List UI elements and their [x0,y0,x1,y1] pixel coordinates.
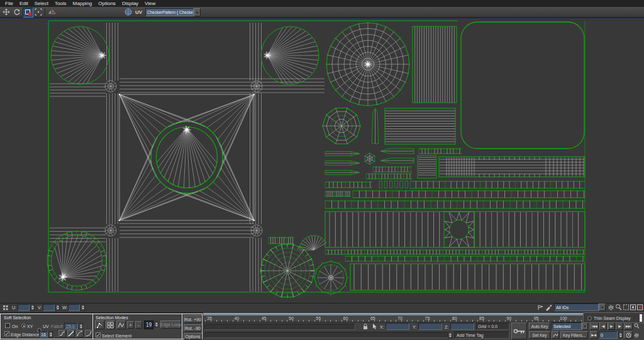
z-label: Z: [445,324,448,330]
show-map-button[interactable] [123,8,133,16]
move-tool-button[interactable] [1,8,11,16]
uv-button-label: UV [135,9,142,15]
lock-icon [362,323,369,330]
edge-distance-field[interactable]: 16 [39,331,48,337]
shrink-selection-button[interactable]: - [135,321,142,329]
u-spinner[interactable] [30,304,35,310]
time-config-button[interactable] [624,331,633,339]
ruler-tick [216,320,217,322]
falloff-linear-button[interactable] [67,330,75,337]
ruler-tick [499,320,500,322]
set-keys-button[interactable] [511,322,527,339]
key-mode-toggle[interactable]: ▶◀ [590,331,597,339]
uv-pan-button[interactable] [608,303,614,311]
ruler-label-85: 85 [479,316,484,320]
falloff-slow-button[interactable] [85,330,92,337]
selection-lock-toggle[interactable] [362,323,369,330]
timeline-ruler[interactable]: 35404550556065707580859095100 [203,315,644,322]
key-filters-button[interactable]: Key Filters... [560,331,588,339]
track-bar[interactable] [204,324,355,330]
soft-selection-on-checkbox[interactable] [5,323,10,328]
edge-distance-spinner[interactable] [48,331,53,337]
falloff-fast-button[interactable] [76,330,84,337]
play-button[interactable]: ▶ [608,322,615,330]
panel-scrollbar-thumb[interactable] [640,314,642,322]
menu-item-file[interactable]: File [2,0,16,7]
uv-space-button[interactable]: UV [133,8,144,16]
x-field[interactable] [386,323,409,330]
freeform-tool-button[interactable] [33,8,43,16]
u-field[interactable] [18,304,30,311]
z-field[interactable] [450,323,474,330]
thin-seam-radio[interactable] [587,316,592,320]
menu-item-edit[interactable]: Edit [16,0,31,7]
w-spinner[interactable] [80,304,85,310]
ruler-tick [325,320,326,322]
rotate-minus-90-button[interactable]: Rot. -90 [184,324,202,332]
paint-size-spinner[interactable] [154,321,158,327]
menu-item-mapping[interactable]: Mapping [70,0,96,7]
frame-spinner[interactable] [618,332,623,338]
face-mode-button[interactable] [106,320,115,329]
selected-filter-dropdown[interactable]: Selected [552,322,582,330]
menu-item-select[interactable]: Select [31,0,52,7]
falloff-spinner[interactable] [79,323,83,329]
set-key-button[interactable]: Set Key [529,331,550,339]
menu-item-options[interactable]: Options [95,0,119,7]
v-spinner[interactable] [55,304,60,310]
next-frame-button[interactable]: |▶ [616,322,623,330]
edge-loop-button[interactable]: Edge Loop [160,320,181,329]
v-field[interactable] [43,304,55,311]
vertex-mode-button[interactable] [95,320,104,329]
ruler-tick [282,320,282,322]
time-tag-spinner[interactable] [448,332,452,338]
rotate-plus-90-button[interactable]: Rot. +90 [184,315,202,323]
paint-select-button[interactable] [545,303,552,311]
pattern-dropdown-arrow[interactable]: ▼ [194,8,201,16]
scale-tool-button[interactable] [23,8,33,18]
uv-zoom-button[interactable] [615,303,622,311]
ruler-tick [352,320,353,322]
material-id-dropdown[interactable]: All IDs [554,303,599,311]
edge-distance-checkbox[interactable]: ✓ [4,331,9,336]
ruler-label-35: 35 [207,316,212,320]
rotate-tool-button[interactable] [12,8,21,16]
material-id-dropdown-arrow[interactable]: ▼ [599,303,606,311]
pan-button[interactable] [634,332,639,339]
zoom-button[interactable] [634,323,639,330]
y-field[interactable] [418,323,442,330]
select-element-checkbox[interactable]: ✓ [96,332,101,337]
grow-selection-button[interactable]: + [127,321,134,329]
coordinate-mode-icon[interactable] [372,323,378,330]
current-frame-field[interactable]: 0 [599,331,618,339]
selected-filter-arrow[interactable]: ▼ [582,322,588,330]
menu-item-view[interactable]: View [142,0,158,7]
uv-editor-canvas[interactable] [0,18,644,303]
w-field[interactable] [68,304,80,311]
pattern-dropdown[interactable]: CheckerPattern ( Checker ) [145,8,194,16]
previous-frame-button[interactable]: ◀| [599,322,607,330]
uv-zoom-selected-button[interactable] [636,303,643,311]
brush-icon [545,303,552,311]
absolute-offset-toggle[interactable] [3,305,9,311]
options-button[interactable]: Options [184,333,202,340]
menu-item-tools[interactable]: Tools [52,0,70,7]
falloff-field[interactable]: 25.0 [64,323,78,329]
go-to-start-button[interactable]: |◀◀ [590,322,599,330]
add-time-tag[interactable]: Add Time Tag [454,331,509,339]
falloff-smooth-button[interactable] [58,330,66,337]
filter-faces-button[interactable] [537,303,544,311]
uv-zoom-extents-button[interactable] [630,303,636,311]
panel-separator-2 [182,314,182,339]
edge-mode-button[interactable] [116,320,126,329]
xy-radio[interactable] [21,324,26,328]
ruler-tick [570,320,571,322]
key-curve-button[interactable] [552,331,559,339]
mirror-tool-button[interactable] [47,8,57,16]
x-label: X: [380,324,384,330]
uv-zoom-region-button[interactable] [623,303,630,311]
auto-key-button[interactable]: Auto Key [529,322,550,330]
go-to-end-button[interactable]: ▶▶| [624,322,633,330]
menu-item-display[interactable]: Display [119,0,142,7]
scale-icon [25,9,32,16]
